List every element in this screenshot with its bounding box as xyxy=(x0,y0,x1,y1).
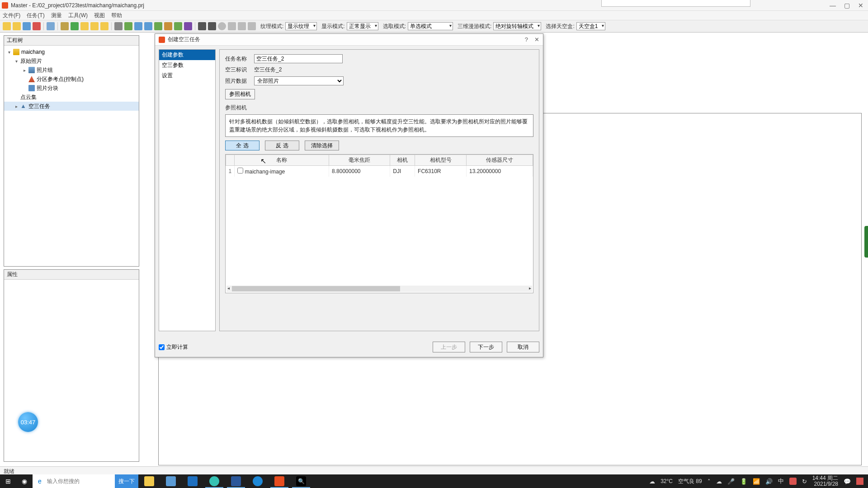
app-search[interactable]: 🔍 xyxy=(290,474,312,488)
pencil-icon[interactable] xyxy=(61,22,69,30)
tree-root[interactable]: ▾ maichang xyxy=(4,47,139,56)
folder-icon[interactable] xyxy=(80,22,89,30)
app-store[interactable] xyxy=(160,474,182,488)
display-select[interactable]: 正常显示 xyxy=(347,22,378,30)
cfg-icon[interactable] xyxy=(144,22,152,30)
export2-icon[interactable] xyxy=(184,22,192,30)
task-name-input[interactable] xyxy=(254,54,343,63)
circle-icon[interactable] xyxy=(218,22,226,30)
invert-select-button[interactable]: 反 选 xyxy=(265,141,299,150)
nav-settings[interactable]: 设置 xyxy=(159,70,215,81)
col-camera[interactable]: 相机 xyxy=(390,155,415,166)
new-icon[interactable] xyxy=(3,22,11,30)
right-edge-handle[interactable] xyxy=(864,226,868,258)
search-go-button[interactable]: 搜一下 xyxy=(115,474,138,488)
tree-block[interactable]: 照片分块 xyxy=(4,84,139,93)
dialog-close-button[interactable]: ✕ xyxy=(534,36,539,43)
col-sensor[interactable]: 传感器尺寸 xyxy=(466,155,533,166)
help-button[interactable]: ? xyxy=(525,36,528,43)
undo-icon[interactable] xyxy=(90,22,99,30)
text-icon[interactable] xyxy=(154,22,162,30)
scroll-thumb[interactable] xyxy=(232,286,400,291)
link-icon[interactable] xyxy=(71,22,79,30)
start-button[interactable]: ⊞ xyxy=(0,478,16,485)
persp-icon[interactable] xyxy=(238,22,246,30)
search-input[interactable] xyxy=(47,474,115,488)
sync-icon[interactable]: ↻ xyxy=(802,478,807,485)
app-browser[interactable] xyxy=(247,474,269,488)
select-all-button[interactable]: 全 选 xyxy=(225,141,259,150)
clock[interactable]: 14:44 周二 2021/9/28 xyxy=(812,475,838,487)
menu-measure[interactable]: 测量 xyxy=(51,12,62,19)
nav-create-params[interactable]: 创建参数 xyxy=(159,50,215,60)
cortana-icon[interactable]: ◉ xyxy=(16,478,33,485)
table-row[interactable]: 1 maichang-image 8.80000000 DJI FC6310R … xyxy=(226,166,533,177)
onedrive-icon[interactable]: ☁ xyxy=(716,478,722,485)
notif-icon[interactable]: 💬 xyxy=(844,478,851,485)
texture-select[interactable]: 显示纹理 xyxy=(285,22,317,30)
cancel-button[interactable]: 取消 xyxy=(507,342,539,352)
sky-select[interactable]: 天空盒1 xyxy=(576,22,606,30)
url-box[interactable] xyxy=(601,0,750,7)
layer-icon[interactable] xyxy=(124,22,132,30)
col-name[interactable]: 名称 xyxy=(235,155,329,166)
notif2-icon[interactable] xyxy=(856,478,863,485)
menu-file[interactable]: 文件(F) xyxy=(3,12,20,19)
tree-at[interactable]: ▸▲ 空三任务 xyxy=(4,102,139,111)
menu-help[interactable]: 帮助 xyxy=(111,12,122,19)
redo-icon[interactable] xyxy=(100,22,108,30)
weather-icon[interactable]: ☁ xyxy=(649,478,655,485)
calc-now-input[interactable] xyxy=(159,344,165,350)
app-master[interactable] xyxy=(269,474,290,488)
prev-button[interactable]: 上一步 xyxy=(433,342,465,352)
app-explorer[interactable] xyxy=(138,474,160,488)
delete-icon[interactable] xyxy=(33,22,41,30)
scroll-left-icon[interactable]: ◂ xyxy=(227,286,230,291)
pack-icon[interactable] xyxy=(164,22,172,30)
volume-icon[interactable]: 🔊 xyxy=(765,478,773,485)
table-hscrollbar[interactable]: ◂ ▸ xyxy=(226,286,532,292)
app-mail[interactable] xyxy=(182,474,203,488)
row-checkbox[interactable] xyxy=(237,168,243,174)
col-model[interactable]: 相机型号 xyxy=(415,155,467,166)
tree-raw[interactable]: ▾ 原始照片 xyxy=(4,56,139,66)
cam1-icon[interactable] xyxy=(198,22,206,30)
roam-select[interactable]: 绝对旋转轴模式 xyxy=(493,22,541,30)
app-edge[interactable] xyxy=(203,474,225,488)
minimize-button[interactable]: — xyxy=(830,2,836,9)
mic-icon[interactable]: 🎤 xyxy=(727,478,735,485)
taskbar-search[interactable]: e 搜一下 xyxy=(33,474,138,488)
maximize-button[interactable]: ▢ xyxy=(844,2,850,9)
point-icon[interactable] xyxy=(248,22,256,30)
export1-icon[interactable] xyxy=(174,22,182,30)
menu-tool[interactable]: 工具(W) xyxy=(68,12,88,19)
tree-ctrl[interactable]: 分区参考点(控制点) xyxy=(4,75,139,84)
sogou-icon[interactable] xyxy=(789,478,797,485)
db-icon[interactable] xyxy=(134,22,142,30)
save-icon[interactable] xyxy=(23,22,31,30)
cam2-icon[interactable] xyxy=(208,22,216,30)
battery-icon[interactable]: 🔋 xyxy=(740,478,747,485)
menu-view[interactable]: 视图 xyxy=(94,12,105,19)
select-mode-select[interactable]: 单选模式 xyxy=(408,22,453,30)
tree-pointcloud[interactable]: 点云集 xyxy=(4,93,139,102)
calc-now-checkbox[interactable]: 立即计算 xyxy=(159,343,188,351)
ortho-icon[interactable] xyxy=(228,22,236,30)
grid-icon[interactable] xyxy=(47,22,55,30)
chevron-up-icon[interactable]: ˄ xyxy=(708,478,711,485)
app-word[interactable] xyxy=(225,474,247,488)
ref-camera-button[interactable]: 参照相机 xyxy=(225,89,255,99)
col-focal[interactable]: 毫米焦距 xyxy=(329,155,390,166)
clear-select-button[interactable]: 清除选择 xyxy=(305,141,339,150)
nav-at-params[interactable]: 空三参数 xyxy=(159,60,215,70)
menu-task[interactable]: 任务(T) xyxy=(27,12,44,19)
photo-data-select[interactable]: 全部照片 xyxy=(254,76,344,85)
tree-photogroup[interactable]: ▸ 照片组 xyxy=(4,66,139,75)
next-button[interactable]: 下一步 xyxy=(470,342,502,352)
gear-icon[interactable] xyxy=(114,22,123,30)
scroll-right-icon[interactable]: ▸ xyxy=(529,286,531,291)
close-button[interactable]: ✕ xyxy=(858,2,863,9)
open-icon[interactable] xyxy=(13,22,21,30)
ime-icon[interactable]: 中 xyxy=(778,477,784,485)
wifi-icon[interactable]: 📶 xyxy=(753,478,760,485)
